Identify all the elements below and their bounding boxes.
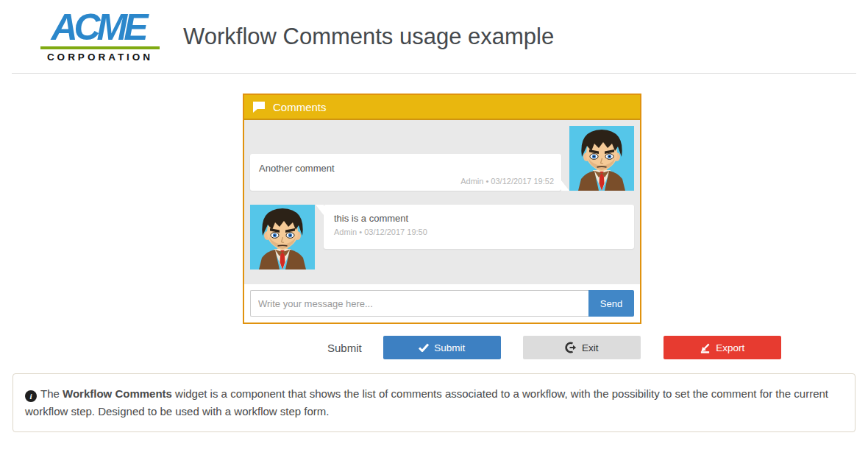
- message-input[interactable]: [250, 290, 588, 317]
- comment-timestamp: 03/12/2017 19:52: [491, 177, 554, 186]
- comment-row: Another comment Admin • 03/12/2017 19:52: [250, 126, 634, 191]
- comment-row: this is a comment Admin • 03/12/2017 19:…: [250, 205, 634, 269]
- comment-author: Admin: [334, 228, 357, 236]
- meta-separator: •: [485, 177, 488, 186]
- info-box: iThe Workflow Comments widget is a compo…: [13, 373, 855, 432]
- bubble-tail: [316, 205, 324, 215]
- comment-bubble: this is a comment Admin • 03/12/2017 19:…: [324, 205, 634, 249]
- header-divider: [12, 73, 856, 74]
- logo-corporation-text: CORPORATION: [40, 52, 160, 63]
- page-title: Workflow Comments usage example: [183, 24, 554, 50]
- acme-logo: ACME CORPORATION: [40, 10, 160, 63]
- info-icon: i: [25, 390, 37, 402]
- submit-button[interactable]: Submit: [383, 336, 501, 359]
- comment-composer: Send: [244, 284, 640, 323]
- comments-widget: Comments Another comment Admin • 03/12/2…: [243, 94, 641, 324]
- comment-text: this is a comment: [324, 205, 634, 226]
- send-button[interactable]: Send: [588, 290, 634, 317]
- bubble-tail: [561, 180, 569, 191]
- page-header: ACME CORPORATION Workflow Comments usage…: [0, 0, 868, 73]
- comment-meta: Admin • 03/12/2017 19:52: [460, 177, 554, 186]
- submit-button-label: Submit: [434, 342, 465, 353]
- exit-button[interactable]: Exit: [523, 336, 641, 359]
- export-button-label: Export: [716, 342, 744, 353]
- comments-widget-header: Comments: [244, 95, 640, 120]
- export-button[interactable]: Export: [664, 336, 781, 359]
- comment-meta: Admin • 03/12/2017 19:50: [324, 226, 634, 236]
- exit-icon: [565, 342, 577, 353]
- comment-author: Admin: [460, 177, 483, 186]
- meta-separator: •: [359, 228, 362, 236]
- actions-row: Submit Submit Exit Export: [0, 336, 868, 359]
- user-avatar: [569, 126, 634, 191]
- comment-bubble: Another comment Admin • 03/12/2017 19:52: [250, 154, 561, 191]
- info-text-bold: Workflow Comments: [63, 387, 172, 400]
- comments-list: Another comment Admin • 03/12/2017 19:52…: [244, 120, 640, 284]
- comment-timestamp: 03/12/2017 19:50: [364, 228, 427, 236]
- check-icon: [419, 343, 429, 352]
- user-avatar: [250, 205, 315, 269]
- info-text-prefix: The: [40, 387, 63, 400]
- comments-widget-title: Comments: [273, 101, 327, 113]
- submit-field-label: Submit: [327, 342, 362, 354]
- comment-text: Another comment: [250, 154, 561, 174]
- comment-bubble-icon: [252, 102, 266, 113]
- export-icon: [700, 342, 711, 353]
- exit-button-label: Exit: [582, 342, 599, 353]
- logo-acme-text: ACME: [40, 10, 160, 46]
